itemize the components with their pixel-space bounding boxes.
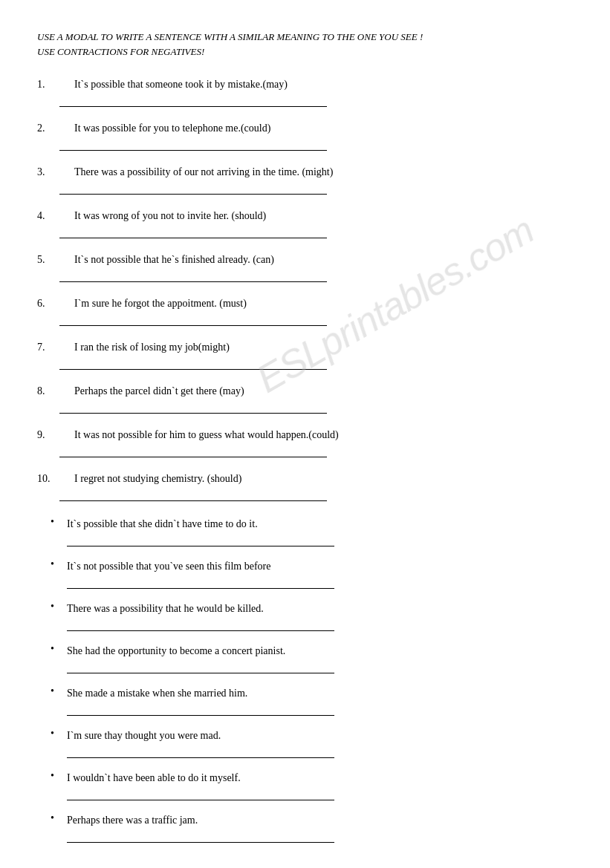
bullet-sentence: There was a possibility that he would be…	[67, 601, 573, 616]
numbered-list-item: 3. There was a possibility of our not ar…	[37, 164, 573, 195]
bullet-list-item: She made a mistake when she married him.	[59, 685, 573, 716]
list-sentence: I ran the risk of losing my job(might)	[74, 339, 573, 355]
bullet-list-item: It`s possible that she didn`t have time …	[59, 516, 573, 546]
list-number: 10.	[37, 471, 59, 486]
numbered-exercise-list: 1. It`s possible that someone took it by…	[37, 76, 573, 501]
answer-line[interactable]	[67, 536, 334, 546]
numbered-list-item: 6. I`m sure he forgot the appoitment. (m…	[37, 296, 573, 326]
list-number: 8.	[37, 383, 59, 399]
answer-line[interactable]	[67, 705, 334, 716]
answer-line[interactable]	[59, 447, 327, 457]
bullet-exercise-list: It`s possible that she didn`t have time …	[59, 516, 573, 843]
answer-line[interactable]	[67, 621, 334, 631]
answer-line[interactable]	[59, 491, 327, 501]
bullet-list-item: I wouldn`t have been able to do it mysel…	[59, 770, 573, 800]
numbered-list-item: 9. It was not possible for him to guess …	[37, 427, 573, 457]
answer-line[interactable]	[59, 272, 327, 282]
numbered-list-item: 4. It was wrong of you not to invite her…	[37, 208, 573, 238]
list-sentence: Perhaps the parcel didn`t get there (may…	[74, 383, 573, 399]
numbered-list-item: 2. It was possible for you to telephone …	[37, 120, 573, 151]
list-sentence: I regret not studying chemistry. (should…	[74, 471, 573, 486]
list-sentence: I`m sure he forgot the appoitment. (must…	[74, 296, 573, 311]
list-sentence: There was a possibility of our not arriv…	[74, 164, 573, 180]
list-number: 9.	[37, 427, 59, 443]
answer-line[interactable]	[59, 228, 327, 238]
bullet-sentence: It`s not possible that you`ve seen this …	[67, 558, 573, 574]
list-sentence: It was not possible for him to guess wha…	[74, 427, 573, 443]
bullet-sentence: I wouldn`t have been able to do it mysel…	[67, 770, 573, 786]
bullet-list-item: Perhaps there was a traffic jam.	[59, 812, 573, 843]
bullet-list-item: It`s not possible that you`ve seen this …	[59, 558, 573, 589]
answer-line[interactable]	[67, 832, 334, 843]
answer-line[interactable]	[67, 790, 334, 800]
answer-line[interactable]	[59, 403, 327, 414]
answer-line[interactable]	[59, 140, 327, 151]
list-sentence: It was possible for you to telephone me.…	[74, 120, 573, 136]
answer-line[interactable]	[67, 748, 334, 758]
answer-line[interactable]	[67, 578, 334, 589]
list-number: 3.	[37, 164, 59, 180]
numbered-list-item: 10. I regret not studying chemistry. (sh…	[37, 471, 573, 501]
answer-line[interactable]	[59, 359, 327, 370]
list-number: 7.	[37, 339, 59, 355]
bullet-sentence: It`s possible that she didn`t have time …	[67, 516, 573, 532]
list-number: 5.	[37, 252, 59, 267]
list-sentence: It`s not possible that he`s finished alr…	[74, 252, 573, 267]
list-sentence: It`s possible that someone took it by mi…	[74, 76, 573, 92]
answer-line[interactable]	[67, 663, 334, 673]
answer-line[interactable]	[59, 316, 327, 326]
list-sentence: It was wrong of you not to invite her. (…	[74, 208, 573, 223]
numbered-list-item: 1. It`s possible that someone took it by…	[37, 76, 573, 107]
bullet-list-item: There was a possibility that he would be…	[59, 601, 573, 631]
list-number: 1.	[37, 76, 59, 92]
answer-line[interactable]	[59, 97, 327, 107]
instructions: USE A MODAL TO WRITE A SENTENCE WITH A S…	[37, 30, 573, 59]
list-number: 4.	[37, 208, 59, 223]
numbered-list-item: 5. It`s not possible that he`s finished …	[37, 252, 573, 282]
bullet-list-item: I`m sure thay thought you were mad.	[59, 728, 573, 758]
bullet-sentence: She had the opportunity to become a conc…	[67, 643, 573, 659]
list-number: 2.	[37, 120, 59, 136]
list-number: 6.	[37, 296, 59, 311]
numbered-list-item: 7. I ran the risk of losing my job(might…	[37, 339, 573, 370]
answer-line[interactable]	[59, 184, 327, 195]
bullet-list-item: She had the opportunity to become a conc…	[59, 643, 573, 673]
bullet-sentence: She made a mistake when she married him.	[67, 685, 573, 701]
bullet-sentence: Perhaps there was a traffic jam.	[67, 812, 573, 828]
bullet-sentence: I`m sure thay thought you were mad.	[67, 728, 573, 743]
numbered-list-item: 8. Perhaps the parcel didn`t get there (…	[37, 383, 573, 414]
